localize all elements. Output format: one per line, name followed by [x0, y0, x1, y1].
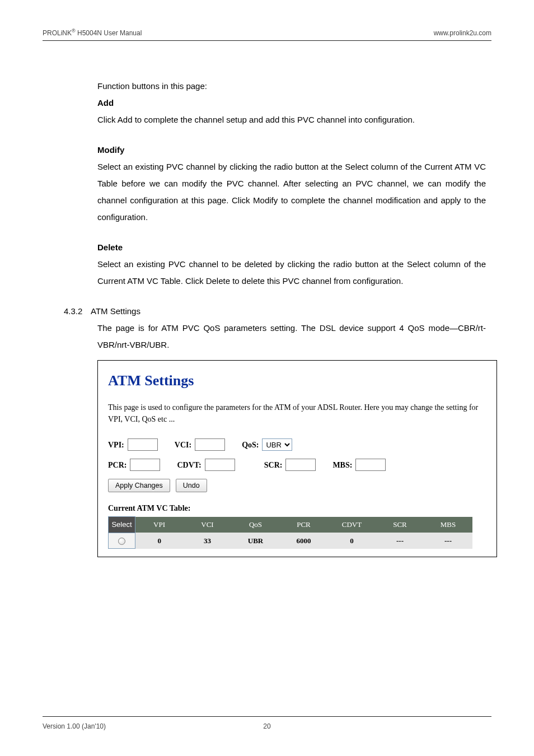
mbs-input[interactable]	[355, 459, 386, 471]
col-cdvt: CDVT	[328, 517, 376, 533]
row-qos: UBR	[232, 533, 280, 549]
page-number: 20	[263, 722, 270, 730]
form-row-buttons: Apply Changes Undo	[108, 479, 486, 492]
footer-rule	[43, 716, 491, 717]
row-mbs: ---	[424, 533, 472, 549]
pcr-label: PCR:	[108, 459, 127, 471]
radio-icon[interactable]	[118, 538, 125, 545]
cdvt-label: CDVT:	[177, 459, 201, 471]
header-left: PROLiNK® H5004N User Manual	[43, 28, 142, 37]
page-header: PROLiNK® H5004N User Manual www.prolink2…	[43, 28, 491, 37]
scr-label: SCR:	[264, 459, 283, 471]
row-scr: ---	[376, 533, 424, 549]
delete-heading: Delete	[97, 239, 486, 256]
footer-left: Version 1.00 (Jan'10)	[43, 722, 106, 730]
col-mbs: MBS	[424, 517, 472, 533]
qos-label: QoS:	[242, 439, 259, 451]
form-row-2: PCR: CDVT: SCR: MBS:	[108, 459, 486, 471]
col-pcr: PCR	[280, 517, 328, 533]
add-heading: Add	[97, 95, 486, 111]
row-vci: 33	[184, 533, 232, 549]
mbs-label: MBS:	[332, 459, 352, 471]
intro-text: Function buttons in this page:	[97, 78, 486, 95]
modify-heading: Modify	[97, 142, 486, 158]
delete-text: Select an existing PVC channel to be del…	[97, 256, 486, 290]
col-vci: VCI	[184, 517, 232, 533]
vc-table-caption: Current ATM VC Table:	[108, 502, 486, 514]
qos-select[interactable]: UBR	[262, 438, 292, 451]
section-number: 4.3.2	[64, 303, 91, 320]
page-footer: Version 1.00 (Jan'10) 20	[43, 716, 491, 730]
vpi-input[interactable]	[128, 438, 158, 451]
row-pcr: 6000	[280, 533, 328, 549]
form-row-1: VPI: VCI: QoS: UBR	[108, 438, 486, 451]
vc-table-header-row: Select VPI VCI QoS PCR CDVT SCR MBS	[109, 517, 472, 533]
undo-button[interactable]: Undo	[176, 479, 207, 492]
modify-text: Select an existing PVC channel by clicki…	[97, 158, 486, 226]
section-title: ATM Settings	[91, 306, 140, 316]
header-right: www.prolink2u.com	[434, 29, 491, 37]
col-select: Select	[109, 517, 135, 533]
scr-input[interactable]	[285, 459, 316, 471]
section-heading-row: 4.3.2ATM Settings	[97, 303, 486, 320]
row-vpi: 0	[135, 533, 184, 549]
atm-settings-screenshot: ATM Settings This page is used to config…	[97, 360, 497, 557]
apply-changes-button[interactable]: Apply Changes	[108, 479, 170, 492]
row-select[interactable]	[109, 533, 135, 549]
pcr-input[interactable]	[130, 459, 160, 471]
vpi-label: VPI:	[108, 439, 124, 451]
col-vpi: VPI	[135, 517, 184, 533]
vci-input[interactable]	[195, 438, 225, 451]
col-scr: SCR	[376, 517, 424, 533]
shot-description: This page is used to configure the param…	[108, 402, 486, 425]
col-qos: QoS	[232, 517, 280, 533]
section-text: The page is for ATM PVC QoS parameters s…	[97, 320, 486, 353]
row-cdvt: 0	[328, 533, 376, 549]
cdvt-input[interactable]	[205, 459, 235, 471]
vci-label: VCI:	[175, 439, 191, 451]
vc-table: Select VPI VCI QoS PCR CDVT SCR MBS 0 3	[108, 516, 472, 549]
add-text: Click Add to complete the channel setup …	[97, 111, 486, 128]
shot-title: ATM Settings	[108, 370, 486, 391]
table-row: 0 33 UBR 6000 0 --- ---	[109, 533, 472, 549]
page-content: Function buttons in this page: Add Click…	[43, 41, 491, 557]
